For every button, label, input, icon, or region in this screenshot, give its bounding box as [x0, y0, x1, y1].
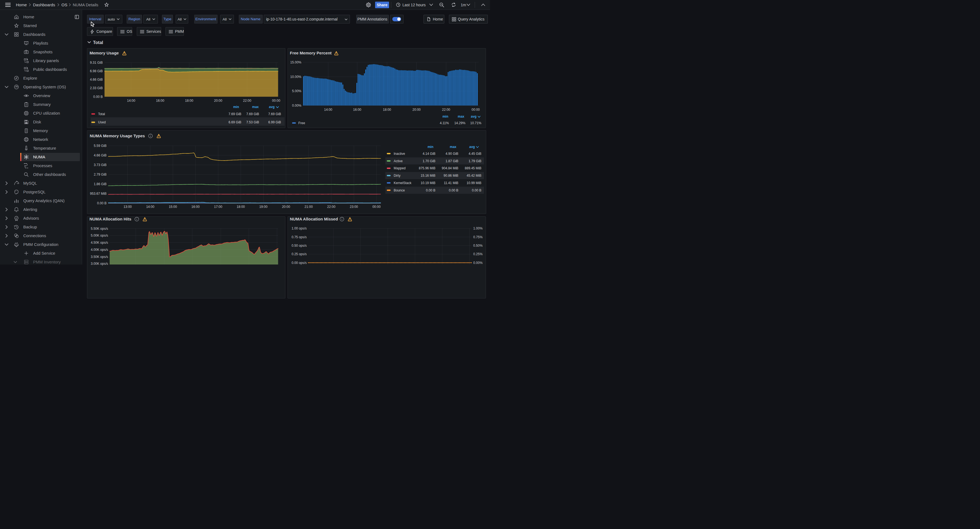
svg-text:min: min: [442, 114, 448, 118]
svg-text:0.00%: 0.00%: [473, 261, 483, 265]
svg-text:NUMA Details: NUMA Details: [73, 2, 98, 7]
svg-text:5.59 GiB: 5.59 GiB: [94, 144, 107, 148]
svg-text:5.50K ops/s: 5.50K ops/s: [91, 227, 108, 230]
svg-text:1.70 GiB: 1.70 GiB: [422, 159, 435, 163]
svg-text:16:00: 16:00: [353, 108, 361, 111]
svg-text:22:00: 22:00: [327, 205, 335, 209]
svg-text:Total: Total: [98, 112, 105, 116]
svg-text:14:00: 14:00: [146, 205, 154, 209]
svg-text:Advisors: Advisors: [23, 216, 39, 221]
svg-text:4.11%: 4.11%: [440, 121, 449, 125]
svg-text:904.84 MiB: 904.84 MiB: [442, 166, 458, 170]
svg-text:Network: Network: [33, 137, 48, 142]
svg-text:0.50%: 0.50%: [473, 244, 483, 248]
svg-text:max: max: [458, 114, 464, 118]
svg-text:Dashboards: Dashboards: [33, 2, 55, 7]
svg-text:15.16 MiB: 15.16 MiB: [420, 174, 435, 178]
svg-text:Explore: Explore: [23, 76, 37, 80]
svg-text:Total: Total: [93, 40, 103, 45]
svg-text:1.00%: 1.00%: [473, 227, 483, 230]
svg-text:10.71%: 10.71%: [470, 121, 482, 125]
svg-text:0.75 ops/s: 0.75 ops/s: [292, 235, 307, 239]
svg-text:NUMA Memory Usage Types: NUMA Memory Usage Types: [90, 133, 145, 138]
svg-text:4.90 GiB: 4.90 GiB: [445, 152, 458, 156]
svg-text:7.53 GiB: 7.53 GiB: [246, 120, 259, 124]
svg-text:Active: Active: [394, 159, 403, 163]
svg-text:MySQL: MySQL: [23, 181, 37, 186]
svg-text:PostgreSQL: PostgreSQL: [23, 189, 46, 194]
svg-text:7.69 GiB: 7.69 GiB: [268, 112, 281, 116]
svg-text:OS: OS: [62, 2, 68, 7]
svg-text:3.00K ops/s: 3.00K ops/s: [91, 262, 108, 265]
svg-text:20:00: 20:00: [214, 99, 222, 103]
svg-text:1.86 GiB: 1.86 GiB: [94, 182, 107, 186]
svg-text:7.69 GiB: 7.69 GiB: [228, 112, 241, 116]
svg-text:KernelStack: KernelStack: [394, 181, 412, 185]
svg-text:min: min: [427, 145, 433, 149]
svg-text:22:00: 22:00: [243, 99, 251, 103]
svg-text:Processes: Processes: [33, 163, 52, 168]
svg-text:6.98 GiB: 6.98 GiB: [90, 69, 103, 73]
svg-text:4.14 GiB: 4.14 GiB: [422, 152, 435, 156]
svg-text:0.00 B: 0.00 B: [426, 189, 435, 192]
svg-text:7.69 GiB: 7.69 GiB: [246, 112, 259, 116]
svg-text:23:00: 23:00: [350, 205, 358, 209]
svg-text:15.00%: 15.00%: [290, 60, 302, 64]
svg-text:1.87 GiB: 1.87 GiB: [445, 159, 458, 163]
svg-text:Starred: Starred: [23, 23, 37, 28]
svg-text:6.69 GiB: 6.69 GiB: [228, 120, 241, 124]
svg-text:0.00 B: 0.00 B: [97, 201, 107, 205]
svg-text:Inactive: Inactive: [394, 152, 405, 156]
svg-text:Dirty: Dirty: [394, 174, 401, 178]
svg-text:19:00: 19:00: [259, 205, 267, 209]
svg-text:Mapped: Mapped: [394, 166, 406, 170]
svg-text:NUMA Allocation Missed: NUMA Allocation Missed: [290, 216, 338, 221]
svg-text:14.29%: 14.29%: [455, 121, 466, 125]
svg-text:0.00 B: 0.00 B: [93, 95, 103, 99]
svg-text:Home: Home: [23, 14, 34, 19]
svg-text:1.79 GiB: 1.79 GiB: [468, 159, 481, 163]
svg-text:11.41 MiB: 11.41 MiB: [444, 181, 458, 185]
svg-text:14:00: 14:00: [127, 99, 135, 103]
svg-text:Operating System (OS): Operating System (OS): [23, 84, 66, 89]
svg-text:1m: 1m: [461, 3, 466, 7]
svg-text:Public dashboards: Public dashboards: [33, 67, 67, 71]
svg-text:875.96 MiB: 875.96 MiB: [418, 166, 435, 170]
svg-text:4.50K ops/s: 4.50K ops/s: [91, 240, 108, 244]
svg-text:avg: avg: [471, 114, 477, 118]
svg-text:Free: Free: [299, 121, 305, 125]
svg-text:00:00: 00:00: [272, 99, 280, 103]
svg-text:Bounce: Bounce: [394, 189, 405, 192]
svg-text:45.42 MiB: 45.42 MiB: [466, 174, 481, 178]
svg-text:0.00 B: 0.00 B: [472, 189, 481, 192]
svg-text:15:00: 15:00: [169, 205, 177, 209]
svg-text:Used: Used: [98, 120, 106, 124]
svg-text:21:00: 21:00: [304, 205, 313, 209]
svg-text:0.75%: 0.75%: [473, 235, 483, 239]
svg-text:Library panels: Library panels: [33, 58, 59, 63]
svg-text:4.45 GiB: 4.45 GiB: [468, 152, 481, 156]
svg-text:NUMA: NUMA: [33, 154, 45, 159]
svg-text:Home: Home: [16, 2, 27, 7]
svg-text:2.79 GiB: 2.79 GiB: [94, 173, 107, 176]
svg-text:2.33 GiB: 2.33 GiB: [90, 86, 103, 90]
svg-text:3.50K ops/s: 3.50K ops/s: [91, 255, 108, 259]
svg-text:Memory Usage: Memory Usage: [89, 51, 119, 55]
svg-text:Dashboards: Dashboards: [23, 32, 45, 37]
svg-text:Disk: Disk: [33, 119, 41, 124]
svg-text:0.00%: 0.00%: [292, 104, 302, 108]
svg-text:889.45 MiB: 889.45 MiB: [465, 166, 481, 170]
svg-text:1.00 ops/s: 1.00 ops/s: [292, 227, 307, 230]
svg-text:Alerting: Alerting: [23, 207, 37, 212]
svg-text:Overview: Overview: [33, 93, 50, 98]
svg-text:0.00 ops/s: 0.00 ops/s: [292, 261, 307, 265]
svg-text:Summary: Summary: [33, 102, 51, 107]
svg-text:Query Analytics (QAN): Query Analytics (QAN): [23, 198, 65, 203]
svg-text:0.50 ops/s: 0.50 ops/s: [292, 244, 307, 248]
svg-text:10.00%: 10.00%: [290, 75, 302, 79]
svg-text:Connections: Connections: [23, 234, 46, 238]
svg-text:16:00: 16:00: [191, 205, 199, 209]
svg-text:Other dashboards: Other dashboards: [33, 172, 66, 177]
svg-text:PMM Inventory: PMM Inventory: [33, 260, 61, 264]
svg-text:20:00: 20:00: [412, 108, 421, 111]
